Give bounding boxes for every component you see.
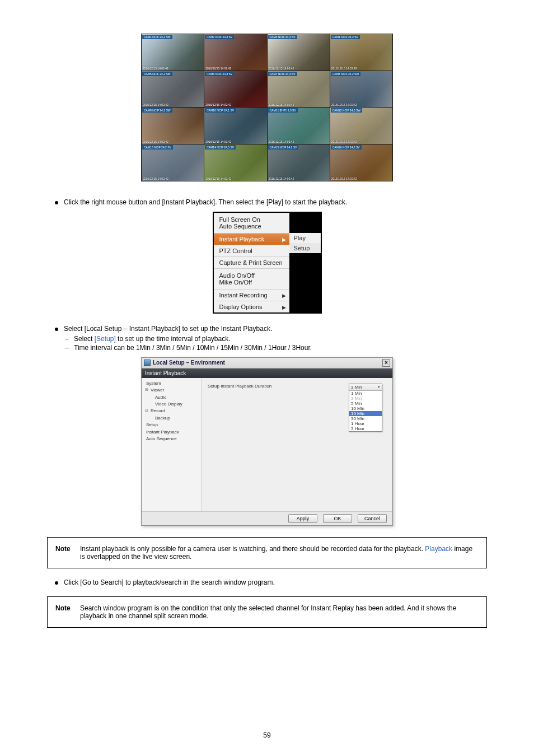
setup-link[interactable]: [Setup] bbox=[95, 335, 116, 343]
camera-label: CAM11 EHF1 2,0 SV bbox=[268, 108, 298, 113]
camera-tile: CAM8 NCIF 24,2 SW2016/12/15 14:02:42 bbox=[330, 71, 392, 108]
menu-item-instant-playback[interactable]: Instant Playback ▶ bbox=[214, 234, 289, 245]
dropdown-option[interactable]: 30 Min bbox=[349, 416, 382, 421]
dropdown-value: 3 Min bbox=[351, 385, 362, 390]
context-submenu: Play Setup bbox=[289, 233, 321, 253]
dialog-titlebar: Local Setup – Environment × bbox=[142, 358, 392, 368]
dropdown-option[interactable]: 3 Hour bbox=[349, 426, 382, 431]
menu-item-ptz[interactable]: PTZ Control bbox=[214, 245, 289, 257]
cancel-button[interactable]: Cancel bbox=[358, 514, 387, 523]
submenu-item-play[interactable]: Play bbox=[289, 233, 321, 243]
camera-label: CAM1 NCIF 24,2 SW bbox=[142, 35, 172, 39]
apply-button[interactable]: Apply bbox=[288, 514, 317, 523]
tree-setup[interactable]: Setup bbox=[144, 422, 199, 428]
playback-link[interactable]: Playback bbox=[425, 545, 452, 553]
tree-auto-sequence[interactable]: Auto Sequence bbox=[144, 436, 199, 442]
camera-timestamp: 2016/12/15 14:02:42 bbox=[205, 177, 231, 180]
camera-timestamp: 2016/12/15 14:02:42 bbox=[143, 140, 168, 143]
ok-button[interactable]: OK bbox=[323, 514, 352, 523]
dropdown-option[interactable]: 5 Min bbox=[349, 401, 382, 406]
menu-item-display-options[interactable]: Display Options ▶ bbox=[214, 301, 289, 312]
camera-tile: CAM16 NCIF 24,3 SV2016/12/15 14:02:42 bbox=[330, 144, 392, 181]
camera-tile: CAM15 NCIF 24,2 SV2016/12/15 14:02:42 bbox=[268, 144, 330, 181]
duration-label: Setup Instant Playback Duration bbox=[208, 384, 271, 389]
camera-timestamp: 2016/12/15 14:02:42 bbox=[143, 177, 168, 180]
camera-timestamp: 2016/12/15 14:02:42 bbox=[143, 103, 168, 106]
note-tag: Note bbox=[55, 545, 80, 561]
bullet-text: Click the right mouse button and [Instan… bbox=[64, 198, 347, 206]
duration-dropdown[interactable]: 3 Min ▾ 1 Min 3 Min 5 Min 10 Min 15 Min … bbox=[349, 384, 382, 432]
camera-tile: CAM13 NCIF 24,2 SV2016/12/15 14:02:42 bbox=[142, 144, 204, 181]
bullet-dot-icon bbox=[55, 328, 58, 331]
submenu-item-setup[interactable]: Setup bbox=[289, 243, 321, 253]
camera-label: CAM10 NCIF 24,1 SV bbox=[205, 108, 236, 113]
context-menu-figure: Full Screen On Auto Sequence Instant Pla… bbox=[213, 212, 322, 314]
camera-timestamp: 2016/12/15 14:02:42 bbox=[331, 177, 357, 180]
camera-tile: CAM6 NCIF 24,3 SV2016/12/15 14:02:42 bbox=[204, 71, 266, 108]
note-box: Note Search window program is on the con… bbox=[47, 596, 487, 628]
tree-record[interactable]: Record bbox=[144, 408, 199, 414]
menu-label: Instant Playback bbox=[219, 236, 265, 242]
chevron-right-icon: ▶ bbox=[282, 237, 286, 242]
camera-timestamp: 2016/12/15 14:02:42 bbox=[331, 140, 357, 143]
bullet-text: Click [Go to Search] to playback/search … bbox=[64, 578, 275, 586]
camera-label: CAM16 NCIF 24,3 SV bbox=[331, 145, 362, 150]
menu-item-capture-print[interactable]: Capture & Print Screen bbox=[214, 257, 289, 269]
menu-item-audio[interactable]: Audio On/Off bbox=[219, 272, 284, 279]
settings-tree: System Viewer Audio Video Display Record… bbox=[142, 378, 202, 511]
camera-tile: CAM1 NCIF 24,2 SW2016/12/15 14:02:42 bbox=[142, 34, 204, 71]
bullet-context-menu: Click the right mouse button and [Instan… bbox=[55, 198, 484, 206]
tree-audio[interactable]: Audio bbox=[144, 394, 199, 401]
tree-instant-playback[interactable]: Instant Playback bbox=[144, 429, 199, 436]
tree-system[interactable]: System bbox=[144, 380, 199, 387]
camera-timestamp: 2016/12/15 14:02:42 bbox=[205, 67, 231, 70]
tree-viewer[interactable]: Viewer bbox=[144, 387, 199, 394]
context-menu: Full Screen On Auto Sequence Instant Pla… bbox=[214, 213, 289, 312]
dialog-title: Local Setup – Environment bbox=[153, 360, 225, 366]
menu-item-fullscreen[interactable]: Full Screen On bbox=[219, 216, 284, 223]
dialog-content: Setup Instant Playback Duration 3 Min ▾ … bbox=[202, 378, 392, 511]
chevron-right-icon: ▶ bbox=[282, 293, 286, 298]
tree-backup[interactable]: Backup bbox=[144, 415, 199, 422]
camera-tile: CAM11 EHF1 2,0 SV2016/12/15 14:02:42 bbox=[268, 108, 330, 144]
menu-item-auto-sequence[interactable]: Auto Sequence bbox=[219, 223, 284, 230]
camera-label: CAM13 NCIF 24,2 SV bbox=[142, 145, 173, 150]
camera-timestamp: 2016/12/15 14:02:42 bbox=[269, 103, 294, 106]
dropdown-option[interactable]: 15 Min bbox=[349, 411, 382, 416]
note-tag: Note bbox=[55, 604, 80, 620]
dropdown-option[interactable]: 10 Min bbox=[349, 406, 382, 411]
camera-tile: CAM14 NCIF 24,5 SV2016/12/15 14:02:42 bbox=[204, 144, 266, 181]
camera-label: CAM14 NCIF 24,5 SV bbox=[205, 145, 236, 150]
local-setup-dialog: Local Setup – Environment × Instant Play… bbox=[141, 357, 393, 526]
dash-text: Select [Setup] to set up the time interv… bbox=[74, 335, 231, 343]
note-box: Note Instant playback is only possible f… bbox=[47, 537, 487, 568]
bullet-dot-icon bbox=[55, 581, 58, 585]
close-button[interactable]: × bbox=[382, 359, 390, 367]
camera-label: CAM2 NCIF 24,3 SV bbox=[205, 35, 234, 39]
page-number: 59 bbox=[263, 731, 270, 739]
bullet-dot-icon bbox=[55, 201, 58, 204]
dropdown-option[interactable]: 1 Min bbox=[349, 391, 382, 396]
chevron-down-icon: ▾ bbox=[378, 385, 380, 390]
dropdown-option[interactable]: 3 Min bbox=[349, 396, 382, 401]
camera-timestamp: 2016/12/15 14:02:42 bbox=[205, 140, 231, 143]
camera-tile: CAM7 NCIF 24,3 SV2016/12/15 14:02:42 bbox=[268, 71, 330, 108]
camera-label: CAM4 NCIF 24,2 SV bbox=[331, 35, 360, 39]
camera-tile: CAM10 NCIF 24,1 SV2016/12/15 14:02:42 bbox=[204, 108, 266, 144]
camera-tile: CAM2 NCIF 24,3 SV2016/12/15 14:02:42 bbox=[204, 34, 266, 71]
camera-label: CAM5 NCIF 24,2 SW bbox=[142, 72, 172, 76]
menu-item-mike[interactable]: Mike On/Off bbox=[219, 279, 284, 286]
camera-label: CAM8 NCIF 24,2 SW bbox=[331, 72, 361, 76]
menu-label: Display Options bbox=[219, 304, 263, 310]
menu-item-instant-record[interactable]: Instant Recording ▶ bbox=[214, 290, 289, 301]
camera-timestamp: 2016/12/15 14:02:42 bbox=[269, 140, 294, 143]
dialog-button-bar: Apply OK Cancel bbox=[142, 511, 392, 525]
dropdown-option[interactable]: 1 Hour bbox=[349, 421, 382, 426]
camera-label: CAM3 NCIF 24,3 SV bbox=[268, 35, 297, 39]
dash-line: – Select [Setup] to set up the time inte… bbox=[65, 335, 484, 343]
tree-video-display[interactable]: Video Display bbox=[144, 401, 199, 408]
bullet-go-search: Click [Go to Search] to playback/search … bbox=[55, 578, 484, 586]
camera-tile: CAM5 NCIF 24,2 SW2016/12/15 14:02:42 bbox=[142, 71, 204, 108]
camera-label: CAM7 NCIF 24,3 SV bbox=[268, 72, 297, 76]
note-text: Search window program is on the conditio… bbox=[80, 604, 479, 620]
